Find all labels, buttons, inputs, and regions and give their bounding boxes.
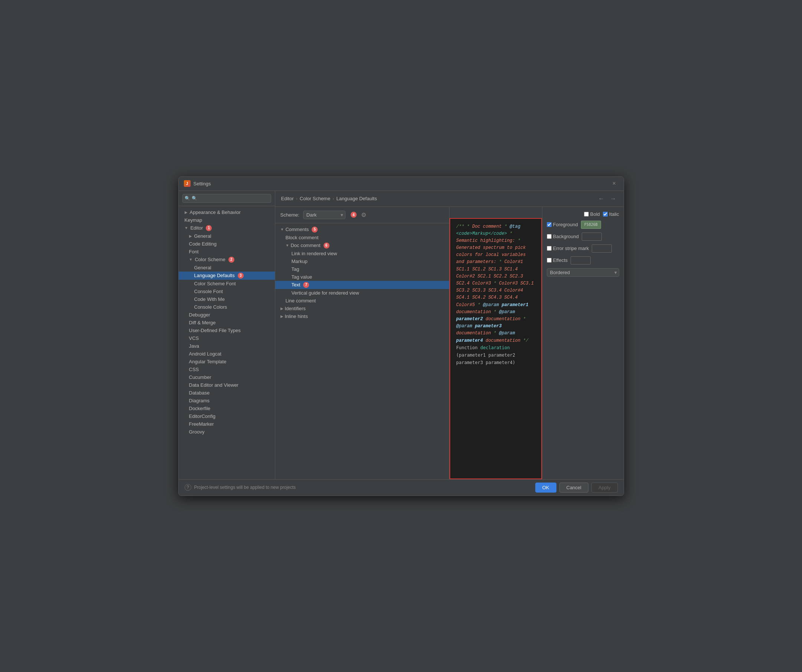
sidebar-item-color-scheme-font[interactable]: Color Scheme Font — [179, 280, 275, 288]
tree-item-label: Comments — [285, 226, 309, 232]
sidebar-item-font[interactable]: Font — [179, 248, 275, 255]
comments-badge: 5 — [312, 226, 318, 233]
sidebar-item-general2[interactable]: General — [179, 264, 275, 271]
sidebar-item-editor[interactable]: ▼ Editor 1 — [179, 224, 275, 232]
sidebar-item-code-editing[interactable]: Code Editing — [179, 240, 275, 248]
error-stripe-label: Error stripe mark — [553, 246, 589, 251]
tree-item-comments[interactable]: ▼ Comments 5 — [275, 226, 450, 234]
sidebar: 🔍 ▶ Appearance & Behavior Keymap ▼ Edito… — [179, 191, 275, 479]
breadcrumb-sep2: › — [333, 196, 334, 201]
effects-select[interactable]: Bordered Underscored Bold underscored Un… — [547, 268, 619, 277]
sidebar-item-keymap[interactable]: Keymap — [179, 216, 275, 224]
foreground-row: Foreground F5826B — [547, 221, 619, 229]
sidebar-item-editorconfig[interactable]: EditorConfig — [179, 412, 275, 420]
apply-button[interactable]: Apply — [591, 483, 618, 493]
bold-checkbox[interactable] — [584, 212, 589, 216]
sidebar-item-angular-template[interactable]: Angular Template — [179, 358, 275, 365]
foreground-checkbox[interactable] — [547, 222, 551, 227]
search-icon: 🔍 — [184, 196, 190, 201]
text-badge: 7 — [303, 282, 309, 288]
sidebar-item-vcs[interactable]: VCS — [179, 334, 275, 342]
sidebar-item-debugger[interactable]: Debugger — [179, 311, 275, 319]
nav-forward-button[interactable]: → — [609, 195, 618, 203]
effects-checkbox[interactable] — [547, 258, 551, 263]
ok-button[interactable]: OK — [535, 483, 556, 493]
sidebar-item-java[interactable]: Java — [179, 342, 275, 350]
arrow-icon: ▼ — [286, 243, 289, 247]
sidebar-label: General — [194, 265, 211, 270]
sidebar-label: Diff & Merge — [189, 320, 216, 325]
sidebar-item-user-defined[interactable]: User-Defined File Types — [179, 326, 275, 334]
scheme-select[interactable]: Dark Light High Contrast — [303, 211, 346, 219]
sidebar-item-console-colors[interactable]: Console Colors — [179, 303, 275, 311]
sidebar-label: Cucumber — [189, 375, 211, 380]
sidebar-label: Code Editing — [189, 241, 217, 247]
sidebar-label: Data Editor and Viewer — [189, 382, 238, 388]
language-defaults-badge: 3 — [238, 273, 244, 279]
effects-checkbox-label[interactable]: Effects — [547, 257, 568, 263]
italic-checkbox-label[interactable]: Italic — [603, 212, 619, 217]
tree-item-doc-comment[interactable]: ▼ Doc comment 6 — [275, 241, 450, 250]
background-checkbox[interactable] — [547, 234, 551, 239]
tree-item-tag[interactable]: Tag — [275, 265, 450, 273]
nav-back-button[interactable]: ← — [597, 195, 606, 203]
tree-item-line-comment[interactable]: Line comment — [275, 297, 450, 305]
sidebar-label: Database — [189, 390, 210, 396]
sidebar-item-android-logcat[interactable]: Android Logcat — [179, 350, 275, 358]
code-line: */ — [523, 338, 528, 343]
tree-item-identifiers[interactable]: ▶ Identifiers — [275, 305, 450, 312]
cancel-button[interactable]: Cancel — [559, 483, 589, 493]
tree-item-inline-hints[interactable]: ▶ Inline hints — [275, 312, 450, 320]
sidebar-label: CSS — [189, 367, 199, 372]
options-panel: Bold Italic F — [542, 207, 624, 479]
sidebar-label: Code With Me — [194, 296, 225, 302]
search-wrap: 🔍 — [183, 194, 271, 203]
background-color-swatch[interactable] — [582, 233, 602, 241]
sidebar-item-dockerfile[interactable]: Dockerfile — [179, 405, 275, 412]
sidebar-item-general[interactable]: ▶ General — [179, 232, 275, 240]
sidebar-item-console-font[interactable]: Console Font — [179, 288, 275, 295]
error-stripe-checkbox-label[interactable]: Error stripe mark — [547, 246, 589, 251]
sidebar-label: Editor — [190, 225, 203, 231]
breadcrumb-sep1: › — [296, 196, 297, 201]
tree-item-text[interactable]: Text 7 — [275, 281, 450, 289]
sidebar-item-code-with-me[interactable]: Code With Me — [179, 295, 275, 303]
background-checkbox-label[interactable]: Background — [547, 234, 579, 239]
search-input[interactable] — [183, 194, 271, 203]
footer-status-text: Project-level settings will be applied t… — [194, 485, 296, 490]
help-button[interactable]: ? — [184, 484, 191, 491]
sidebar-item-groovy[interactable]: Groovy — [179, 428, 275, 436]
bold-checkbox-label[interactable]: Bold — [584, 212, 600, 217]
tree-item-markup[interactable]: Markup — [275, 257, 450, 265]
tree-item-tag-value[interactable]: Tag value — [275, 273, 450, 281]
tree-item-vertical-guide[interactable]: Vertical guide for rendered view — [275, 289, 450, 297]
error-stripe-color-swatch[interactable] — [592, 244, 612, 253]
title-bar-left: J Settings — [184, 180, 211, 187]
sidebar-item-diff-merge[interactable]: Diff & Merge — [179, 319, 275, 326]
sidebar-item-color-scheme[interactable]: ▼ Color Scheme 2 — [179, 255, 275, 264]
error-stripe-checkbox[interactable] — [547, 246, 551, 251]
bold-italic-row: Bold Italic — [547, 212, 619, 217]
effects-color-swatch[interactable] — [571, 256, 591, 265]
tree-item-link-in-rendered[interactable]: Link in rendered view — [275, 250, 450, 257]
content-area: Scheme: Dark Light High Contrast 4 ⚙ — [275, 207, 624, 479]
sidebar-label: Dockerfile — [189, 405, 211, 411]
sidebar-item-freemarker[interactable]: FreeMarker — [179, 420, 275, 428]
sidebar-item-cucumber[interactable]: Cucumber — [179, 373, 275, 381]
tree-item-block-comment[interactable]: Block comment — [275, 234, 450, 241]
sidebar-label: Angular Template — [189, 359, 226, 364]
sidebar-item-css[interactable]: CSS — [179, 365, 275, 373]
sidebar-item-language-defaults[interactable]: Language Defaults 3 — [179, 271, 275, 280]
sidebar-item-diagrams[interactable]: Diagrams — [179, 397, 275, 405]
sidebar-item-data-editor[interactable]: Data Editor and Viewer — [179, 381, 275, 389]
effects-select-wrap: Bordered Underscored Bold underscored Un… — [547, 268, 619, 277]
scheme-gear-button[interactable]: ⚙ — [360, 211, 367, 219]
close-button[interactable]: × — [613, 181, 618, 186]
sidebar-item-database[interactable]: Database — [179, 389, 275, 397]
foreground-color-swatch[interactable]: F5826B — [581, 221, 601, 229]
foreground-checkbox-label[interactable]: Foreground — [547, 222, 578, 227]
main-content: Editor › Color Scheme › Language Default… — [275, 191, 624, 479]
italic-checkbox[interactable] — [603, 212, 608, 216]
sidebar-label: Android Logcat — [189, 351, 222, 357]
sidebar-item-appearance[interactable]: ▶ Appearance & Behavior — [179, 208, 275, 216]
